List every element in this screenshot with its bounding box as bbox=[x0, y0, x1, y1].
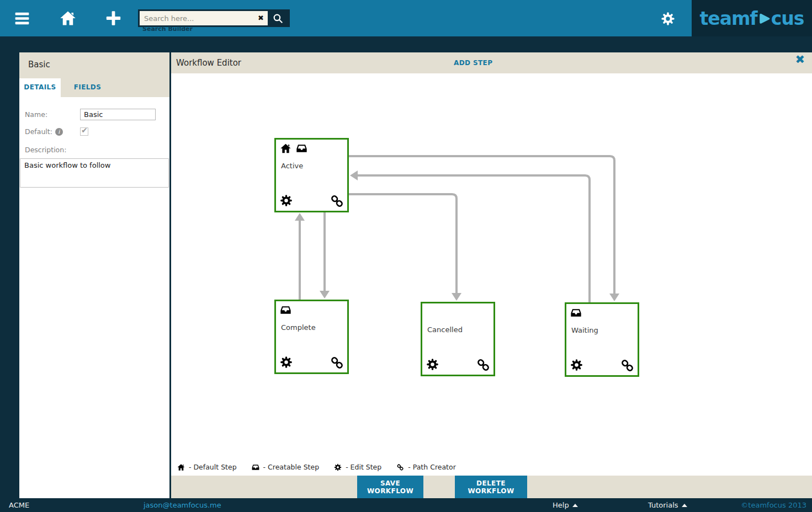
top-bar: ✖ Search Builder teamfcus bbox=[0, 0, 812, 36]
panel-body: Name: Default: i ✔ Description: Basic wo… bbox=[19, 97, 169, 498]
legend-edit-step: - Edit Step bbox=[334, 463, 381, 471]
step-status-icons bbox=[280, 305, 291, 316]
default-label-text: Default: bbox=[25, 127, 52, 136]
close-icon[interactable]: ✖ bbox=[795, 53, 805, 66]
help-menu[interactable]: Help bbox=[553, 498, 578, 512]
search-input[interactable] bbox=[140, 11, 268, 25]
settings-gear-icon[interactable] bbox=[661, 12, 675, 26]
edit-step-gear-icon[interactable] bbox=[280, 356, 293, 369]
step-box-complete[interactable]: Complete bbox=[274, 300, 349, 374]
logo-text-post: cus bbox=[771, 8, 804, 29]
add-step-button[interactable]: ADD STEP bbox=[454, 52, 492, 73]
tab-fields[interactable]: FIELDS bbox=[61, 78, 114, 97]
name-row: Name: bbox=[25, 109, 169, 120]
default-checkbox[interactable]: ✔ bbox=[80, 127, 88, 136]
help-label: Help bbox=[553, 501, 569, 509]
home-icon bbox=[177, 463, 185, 471]
name-field[interactable] bbox=[80, 109, 156, 120]
workflow-editor-panel: Workflow Editor ADD STEP ✖ bbox=[171, 52, 812, 498]
logo-o-icon bbox=[758, 12, 771, 26]
add-button[interactable] bbox=[105, 10, 121, 26]
info-icon[interactable]: i bbox=[55, 128, 63, 136]
footer: ACME jason@teamfocus.me Help Tutorials ©… bbox=[0, 498, 812, 512]
page-title: Workflow Editor bbox=[176, 52, 241, 73]
panel-title: Basic bbox=[28, 60, 161, 70]
step-box-waiting[interactable]: Waiting bbox=[565, 302, 639, 377]
editor-action-bar: SAVE WORKFLOW DELETE WORKFLOW bbox=[171, 476, 812, 498]
checkmark-icon: ✔ bbox=[81, 126, 88, 135]
legend-default-step: - Default Step bbox=[177, 463, 237, 471]
edit-step-gear-icon[interactable] bbox=[570, 359, 583, 371]
description-label: Description: bbox=[25, 146, 169, 154]
editor-header: Workflow Editor ADD STEP ✖ bbox=[171, 52, 812, 73]
legend-label: - Path Creator bbox=[408, 463, 456, 471]
path-creator-link-icon[interactable] bbox=[620, 358, 635, 373]
caret-up-icon bbox=[682, 504, 687, 507]
default-row: Default: i ✔ bbox=[25, 127, 169, 136]
user-email-link[interactable]: jason@teamfocus.me bbox=[144, 498, 221, 512]
workflow-details-panel: Basic DETAILS FIELDS Name: Default: i ✔ … bbox=[19, 52, 169, 498]
step-label: Cancelled bbox=[427, 326, 463, 334]
legend: - Default Step - Creatable Step - Edit S… bbox=[177, 463, 456, 471]
home-icon bbox=[280, 143, 291, 154]
menu-icon[interactable] bbox=[13, 11, 31, 26]
inbox-icon bbox=[280, 305, 291, 316]
logo-text-pre: teamf bbox=[700, 8, 757, 29]
logo-container: teamfcus bbox=[692, 0, 812, 36]
step-label: Complete bbox=[281, 323, 316, 332]
legend-path-creator: - Path Creator bbox=[396, 463, 456, 471]
company-name: ACME bbox=[9, 498, 29, 512]
search-builder-link[interactable]: Search Builder bbox=[142, 25, 193, 33]
legend-label: - Creatable Step bbox=[263, 463, 320, 471]
delete-workflow-button[interactable]: DELETE WORKFLOW bbox=[455, 476, 527, 498]
legend-label: - Default Step bbox=[189, 463, 237, 471]
tab-details[interactable]: DETAILS bbox=[19, 78, 61, 97]
name-label: Name: bbox=[25, 110, 80, 119]
copyright-link[interactable]: ©teamfocus 2013 bbox=[741, 498, 806, 512]
legend-creatable-step: - Creatable Step bbox=[252, 463, 320, 471]
step-box-active[interactable]: Active bbox=[274, 138, 349, 212]
arrowhead-down-icon bbox=[320, 291, 330, 298]
path-creator-link-icon[interactable] bbox=[330, 355, 344, 370]
default-label: Default: i bbox=[25, 127, 80, 136]
legend-label: - Edit Step bbox=[346, 463, 381, 471]
path-active-to-cancelled bbox=[349, 194, 457, 296]
clear-search-icon[interactable]: ✖ bbox=[258, 13, 264, 23]
save-workflow-button[interactable]: SAVE WORKFLOW bbox=[357, 476, 423, 498]
home-button[interactable] bbox=[59, 10, 77, 26]
tutorials-menu[interactable]: Tutorials bbox=[648, 498, 687, 512]
panel-tabs: DETAILS FIELDS bbox=[19, 78, 169, 97]
search-button[interactable] bbox=[268, 11, 288, 25]
workflow-canvas[interactable]: Active Complete Cancelled bbox=[171, 73, 812, 476]
link-icon bbox=[396, 463, 404, 471]
search-bar: ✖ bbox=[138, 9, 290, 27]
inbox-icon bbox=[570, 307, 582, 318]
path-creator-link-icon[interactable] bbox=[330, 194, 344, 209]
arrowhead-down-icon bbox=[452, 293, 461, 301]
arrowhead-left-icon bbox=[350, 170, 358, 180]
step-status-icons bbox=[280, 143, 307, 154]
caret-up-icon bbox=[572, 504, 578, 507]
teamfocus-logo[interactable]: teamfcus bbox=[700, 8, 804, 29]
step-label: Active bbox=[281, 162, 303, 170]
step-label: Waiting bbox=[571, 326, 598, 334]
edit-step-gear-icon[interactable] bbox=[280, 194, 293, 207]
step-status-icons bbox=[570, 307, 582, 318]
arrowhead-down-icon bbox=[609, 294, 619, 301]
search-input-container: ✖ bbox=[140, 11, 268, 25]
step-box-cancelled[interactable]: Cancelled bbox=[421, 302, 495, 376]
workflow-paths bbox=[171, 73, 812, 476]
tutorials-label: Tutorials bbox=[648, 501, 678, 509]
inbox-icon bbox=[296, 143, 307, 154]
path-creator-link-icon[interactable] bbox=[476, 358, 491, 372]
gear-icon bbox=[334, 463, 342, 471]
path-active-to-waiting bbox=[349, 156, 614, 296]
search-icon bbox=[273, 13, 283, 24]
panel-header: Basic bbox=[19, 52, 169, 78]
arrowhead-up-icon bbox=[295, 213, 305, 221]
inbox-icon bbox=[252, 463, 259, 471]
description-field[interactable]: Basic workflow to follow bbox=[20, 158, 169, 188]
edit-step-gear-icon[interactable] bbox=[426, 358, 439, 371]
